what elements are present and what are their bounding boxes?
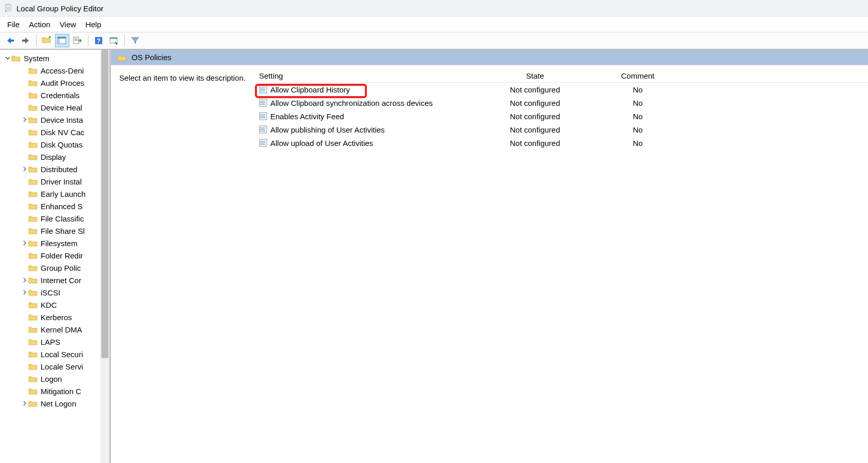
back-button[interactable]: [3, 34, 17, 47]
setting-cell[interactable]: Enables Activity Feed: [255, 112, 496, 121]
column-header-state[interactable]: State: [496, 71, 574, 80]
state-cell: Not configured: [496, 139, 574, 147]
chevron-right-icon[interactable]: [21, 240, 28, 246]
properties-button[interactable]: [107, 34, 121, 47]
forward-button[interactable]: [19, 34, 33, 47]
tree-node-label: Locale Servi: [41, 362, 83, 371]
tree-node-label: Net Logon: [41, 399, 76, 408]
toolbar-separator: [124, 35, 125, 46]
export-button[interactable]: [70, 34, 85, 47]
details-header: OS Policies: [111, 50, 868, 65]
tree-node-item[interactable]: Folder Redir: [0, 249, 109, 262]
folder-icon: [11, 54, 21, 62]
tree-node-item[interactable]: Enhanced S: [0, 200, 109, 212]
tree-node-item[interactable]: Disk Quotas: [0, 138, 109, 151]
chevron-right-icon[interactable]: [21, 166, 28, 172]
menu-file[interactable]: File: [5, 18, 27, 31]
setting-cell[interactable]: Allow publishing of User Activities: [255, 125, 496, 134]
up-folder-button[interactable]: [40, 34, 54, 47]
folder-icon: [28, 276, 38, 284]
chevron-right-icon[interactable]: [21, 277, 28, 283]
setting-row[interactable]: Allow Clipboard HistoryNot configuredNo: [255, 83, 868, 96]
tree-node-label: Folder Redir: [41, 251, 83, 260]
setting-icon: [259, 139, 267, 147]
folder-icon: [28, 363, 38, 370]
highlight-box: [255, 84, 367, 98]
scrollbar-thumb[interactable]: [101, 50, 108, 358]
tree-node-label: Internet Cor: [41, 276, 81, 285]
chevron-down-icon[interactable]: [4, 55, 11, 61]
tree-scrollbar[interactable]: [100, 50, 109, 463]
tree-node-label: Mitigation C: [41, 387, 81, 396]
tree-node-item[interactable]: Access-Deni: [0, 64, 109, 77]
tree-node-label: File Classific: [41, 214, 84, 223]
state-cell: Not configured: [496, 112, 574, 121]
setting-label: Enables Activity Feed: [270, 112, 344, 121]
tree-node-label: Kernel DMA: [41, 325, 82, 334]
setting-row[interactable]: Enables Activity FeedNot configuredNo: [255, 109, 868, 123]
menu-view[interactable]: View: [58, 18, 83, 31]
setting-row[interactable]: Allow Clipboard synchronization across d…: [255, 96, 868, 109]
tree-node-item[interactable]: Group Polic: [0, 262, 109, 274]
column-headers[interactable]: Setting State Comment: [255, 69, 868, 83]
menu-action[interactable]: Action: [27, 18, 58, 31]
tree-node-item[interactable]: Audit Proces: [0, 77, 109, 89]
folder-icon: [28, 289, 38, 296]
menu-help[interactable]: Help: [83, 18, 108, 31]
tree-node-item[interactable]: Early Launch: [0, 188, 109, 200]
tree-node-item[interactable]: iSCSI: [0, 286, 109, 299]
show-tree-button[interactable]: [55, 34, 69, 47]
tree-node-item[interactable]: Locale Servi: [0, 360, 109, 373]
tree-node-item[interactable]: Credentials: [0, 89, 109, 101]
tree-node-item[interactable]: Mitigation C: [0, 385, 109, 397]
chevron-right-icon[interactable]: [21, 290, 28, 295]
chevron-right-icon[interactable]: [21, 117, 28, 122]
titlebar: Local Group Policy Editor: [0, 0, 868, 17]
tree-node-item[interactable]: Filesystem: [0, 237, 109, 249]
tree-node-item[interactable]: Device Heal: [0, 101, 109, 114]
tree-node-label: Enhanced S: [41, 202, 83, 211]
setting-cell[interactable]: Allow upload of User Activities: [255, 139, 496, 147]
tree-node-label: Device Heal: [41, 103, 82, 112]
tree-node-item[interactable]: Local Securi: [0, 348, 109, 360]
tree-node-item[interactable]: Driver Instal: [0, 175, 109, 188]
tree-node-label: Audit Proces: [41, 79, 84, 87]
folder-icon: [28, 178, 38, 185]
setting-cell[interactable]: Allow Clipboard History: [255, 85, 496, 94]
folder-icon: [117, 54, 126, 61]
column-header-setting[interactable]: Setting: [255, 71, 496, 80]
svg-rect-23: [110, 38, 117, 39]
description-column: Select an item to view its description.: [115, 69, 255, 463]
tree-node-item[interactable]: Device Insta: [0, 114, 109, 126]
svg-rect-14: [58, 37, 66, 39]
tree-node-label: System: [24, 54, 49, 63]
tree-node-item[interactable]: Internet Cor: [0, 274, 109, 286]
folder-icon: [28, 165, 38, 173]
column-header-comment[interactable]: Comment: [574, 71, 702, 80]
tree-node-item[interactable]: Distributed: [0, 163, 109, 175]
tree-node-system[interactable]: System: [0, 52, 109, 64]
tree-node-item[interactable]: Net Logon: [0, 397, 109, 410]
tree-node-item[interactable]: File Share Sl: [0, 225, 109, 237]
settings-list: Setting State Comment Allow Clipboard Hi…: [255, 69, 868, 463]
tree-node-label: Early Launch: [41, 190, 86, 198]
tree-node-item[interactable]: Disk NV Cac: [0, 126, 109, 138]
filter-button[interactable]: [128, 34, 142, 47]
setting-cell[interactable]: Allow Clipboard synchronization across d…: [255, 99, 496, 107]
tree-node-item[interactable]: LAPS: [0, 336, 109, 348]
tree-node-label: Logon: [41, 375, 62, 383]
tree-node-item[interactable]: Logon: [0, 373, 109, 385]
setting-row[interactable]: Allow publishing of User ActivitiesNot c…: [255, 123, 868, 136]
folder-icon: [28, 227, 38, 234]
help-button[interactable]: ?: [91, 34, 106, 47]
tree-node-item[interactable]: File Classific: [0, 212, 109, 225]
setting-row[interactable]: Allow upload of User ActivitiesNot confi…: [255, 136, 868, 150]
tree-node-label: File Share Sl: [41, 227, 85, 235]
tree-node-item[interactable]: Kernel DMA: [0, 323, 109, 336]
tree-node-item[interactable]: Kerberos: [0, 311, 109, 323]
folder-icon: [28, 215, 38, 222]
tree-node-item[interactable]: KDC: [0, 299, 109, 311]
chevron-right-icon[interactable]: [21, 401, 28, 406]
tree[interactable]: System Access-DeniAudit ProcesCredential…: [0, 50, 109, 410]
tree-node-item[interactable]: Display: [0, 151, 109, 163]
